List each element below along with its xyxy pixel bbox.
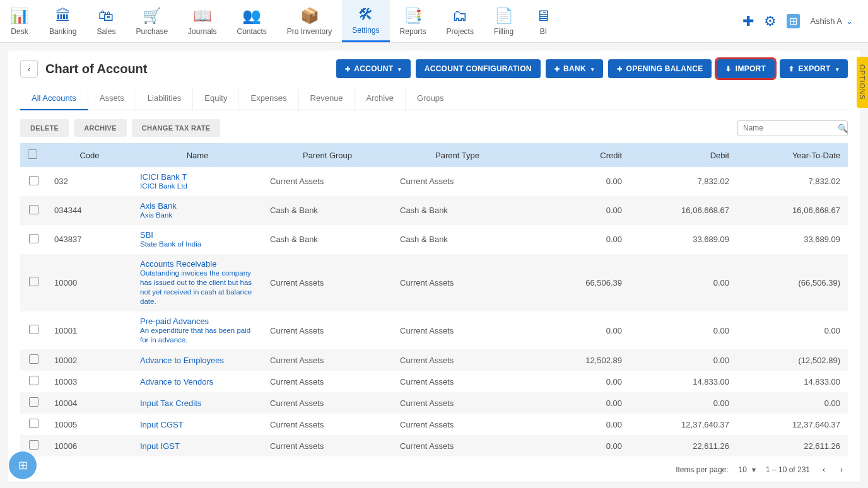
row-checkbox[interactable] (29, 397, 38, 407)
cell-credit: 12,502.89 (522, 349, 630, 371)
nav-item-filling[interactable]: 📄Filling (484, 0, 524, 42)
calculator-icon[interactable]: ⊞ (787, 14, 800, 28)
row-checkbox[interactable] (29, 205, 38, 214)
user-menu[interactable]: Ashish A ⌄ (810, 16, 853, 26)
nav-label: Pro Inventory (287, 27, 332, 36)
nav-item-bi[interactable]: 🖥BI (524, 0, 563, 42)
account-link[interactable]: Accounts Receivable (140, 259, 216, 269)
cell-ytd[interactable]: 14,833.00 (737, 371, 848, 392)
next-page-button[interactable]: › (838, 464, 845, 475)
row-checkbox[interactable] (29, 176, 38, 185)
nav-item-desk[interactable]: 📊Desk (0, 0, 39, 42)
account-config-button[interactable]: ACCOUNT CONFIGURATION (416, 59, 541, 78)
col-credit[interactable]: Credit (522, 143, 630, 167)
gear-icon[interactable]: ⚙ (764, 13, 777, 30)
account-link[interactable]: Pre-paid Advances (140, 317, 209, 326)
account-config-label: ACCOUNT CONFIGURATION (425, 64, 532, 73)
row-checkbox[interactable] (29, 419, 38, 428)
nav-item-sales[interactable]: 🛍Sales (86, 0, 126, 42)
col-code[interactable]: Code (47, 143, 132, 167)
items-per-page-label: Items per page: (676, 465, 728, 474)
cell-debit: 7,832.02 (630, 167, 737, 196)
row-checkbox[interactable] (29, 277, 38, 286)
prev-page-button[interactable]: ‹ (820, 464, 828, 475)
account-button[interactable]: ACCOUNT (336, 59, 411, 78)
caret-icon (397, 64, 401, 73)
cell-parent-group: Cash & Bank (262, 196, 392, 225)
bank-button[interactable]: BANK (546, 59, 604, 78)
nav-item-banking[interactable]: 🏛Banking (39, 0, 86, 42)
delete-button[interactable]: DELETE (20, 119, 69, 137)
nav-item-contacts[interactable]: 👥Contacts (226, 0, 276, 42)
account-link[interactable]: SBI (140, 230, 153, 240)
cell-ytd[interactable]: 12,37,640.37 (737, 414, 848, 435)
select-all-checkbox[interactable] (28, 149, 37, 159)
cell-ytd[interactable]: 16,06,668.67 (737, 196, 848, 225)
page-title: Chart of Account (45, 62, 147, 76)
add-icon[interactable]: ✚ (742, 13, 754, 30)
account-link[interactable]: Input IGST (140, 441, 180, 451)
cell-parent-group: Current Assets (262, 414, 392, 435)
col-debit[interactable]: Debit (630, 143, 737, 167)
account-link[interactable]: Advance to Vendors (140, 377, 213, 386)
options-side-tab[interactable]: OPTIONS (857, 57, 868, 108)
cell-ytd[interactable]: 0.00 (737, 311, 848, 350)
cell-ytd[interactable]: (12,502.89) (737, 349, 848, 371)
tab-equity[interactable]: Equity (193, 87, 239, 110)
tab-assets[interactable]: Assets (88, 87, 136, 110)
items-per-page-value[interactable]: 10 ▾ (739, 465, 756, 474)
tab-groups[interactable]: Groups (406, 87, 455, 110)
search-box[interactable]: 🔍 (737, 120, 848, 136)
tab-archive[interactable]: Archive (355, 87, 406, 110)
row-checkbox[interactable] (29, 234, 38, 243)
cell-code: 10005 (47, 414, 132, 435)
cell-debit: 22,611.26 (630, 435, 737, 456)
nav-item-reports[interactable]: 📑Reports (390, 0, 437, 42)
row-checkbox[interactable] (29, 440, 38, 450)
search-input[interactable] (743, 124, 838, 132)
tab-all-accounts[interactable]: All Accounts (20, 87, 88, 110)
account-link[interactable]: Input Tax Credits (140, 398, 201, 408)
tab-expenses[interactable]: Expenses (239, 87, 298, 110)
row-checkbox[interactable] (29, 354, 38, 364)
cell-credit: 0.00 (522, 225, 630, 254)
cell-code: 043837 (47, 225, 132, 254)
tab-revenue[interactable]: Revenue (299, 87, 355, 110)
import-button[interactable]: IMPORT (717, 59, 775, 78)
nav-item-journals[interactable]: 📖Journals (178, 0, 226, 42)
tab-liabilities[interactable]: Liabilities (136, 87, 193, 110)
opening-balance-button[interactable]: OPENING BALANCE (608, 59, 712, 78)
table-row: 034344Axis BankAxis BankCash & BankCash … (20, 196, 848, 225)
nav-item-purchase[interactable]: 🛒Purchase (126, 0, 178, 42)
archive-button[interactable]: ARCHIVE (74, 119, 127, 137)
account-link[interactable]: Axis Bank (140, 201, 177, 211)
row-checkbox[interactable] (29, 376, 38, 385)
pagination: Items per page: 10 ▾ 1 – 10 of 231 ‹ › (20, 456, 848, 475)
cell-parent-group: Current Assets (262, 349, 392, 371)
col-parent-group[interactable]: Parent Group (262, 143, 392, 167)
back-button[interactable]: ‹ (20, 60, 38, 78)
cell-ytd[interactable]: 33,689.09 (737, 225, 848, 254)
cell-debit: 0.00 (630, 254, 737, 311)
col-name[interactable]: Name (132, 143, 262, 167)
nav-item-projects[interactable]: 🗂Projects (437, 0, 484, 42)
col-parent-type[interactable]: Parent Type (392, 143, 522, 167)
col-ytd[interactable]: Year-To-Date (737, 143, 848, 167)
row-checkbox[interactable] (29, 325, 38, 334)
cell-name: Advance to Vendors (132, 371, 262, 392)
cell-ytd[interactable]: 7,832.02 (737, 167, 848, 196)
account-link[interactable]: ICICI Bank T (140, 172, 187, 182)
nav-icon: 📦 (300, 7, 319, 25)
account-link[interactable]: Advance to Employees (140, 356, 224, 365)
change-tax-button[interactable]: CHANGE TAX RATE (132, 119, 221, 137)
table-row: 043837SBIState Bank of IndiaCash & BankC… (20, 225, 848, 254)
nav-item-settings[interactable]: 🛠Settings (342, 0, 389, 42)
cell-parent-type: Cash & Bank (392, 196, 522, 225)
export-button[interactable]: EXPORT (780, 59, 848, 78)
cell-ytd[interactable]: (66,506.39) (737, 254, 848, 311)
nav-item-pro-inventory[interactable]: 📦Pro Inventory (277, 0, 342, 42)
cell-ytd[interactable]: 22,611.26 (737, 435, 848, 456)
apps-fab[interactable]: ⊞ (9, 451, 37, 479)
cell-ytd[interactable]: 0.00 (737, 392, 848, 414)
account-link[interactable]: Input CGST (140, 420, 184, 429)
